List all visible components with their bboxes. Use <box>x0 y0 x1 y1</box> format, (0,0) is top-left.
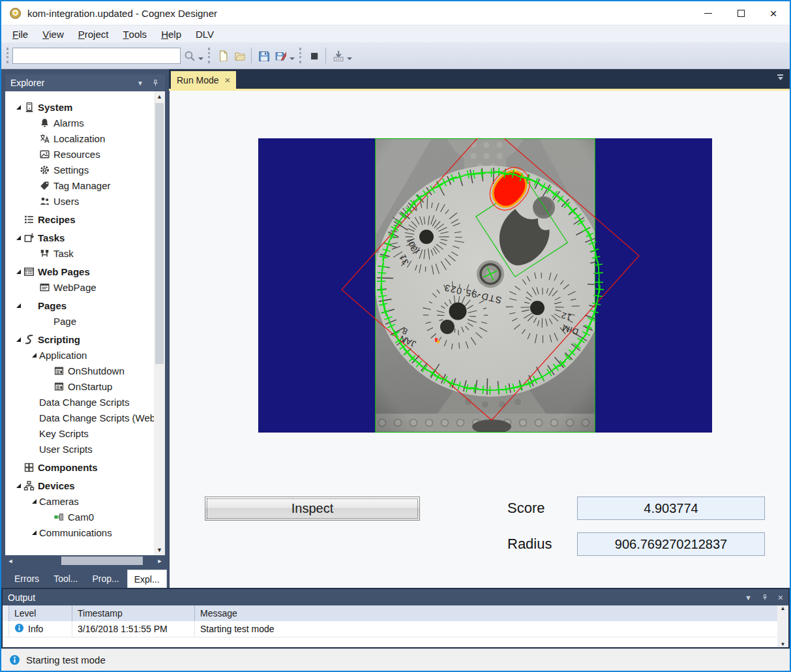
tree-item-application[interactable]: Application <box>5 347 165 363</box>
tree-item-onstartup[interactable]: OnStartup <box>5 378 165 394</box>
inspect-button[interactable]: Inspect <box>205 496 420 521</box>
tree-horizontal-scrollbar[interactable]: ◄ ► <box>5 555 165 566</box>
explorer-title: Explorer <box>10 78 44 88</box>
expander-icon[interactable] <box>13 300 23 311</box>
import-icon[interactable] <box>329 47 346 64</box>
script-icon <box>53 365 68 376</box>
search-icon[interactable] <box>181 47 198 64</box>
tree-item-page[interactable]: Page <box>5 313 165 329</box>
tree-item-components[interactable]: Components <box>5 459 165 475</box>
tree-item-localization[interactable]: Localization <box>5 130 165 146</box>
tree-item-tasks[interactable]: Tasks <box>5 230 165 245</box>
sidebar-tab-errors[interactable]: Errors <box>8 570 46 588</box>
maximize-button[interactable] <box>724 1 757 25</box>
tree-item-user-scripts[interactable]: User Scripts <box>5 441 165 457</box>
save-edit-icon[interactable] <box>272 47 289 64</box>
menu-help[interactable]: Help <box>154 25 188 42</box>
toolbar-grip[interactable] <box>7 48 10 63</box>
sidebar-tab-expl[interactable]: Expl... <box>127 570 167 588</box>
radius-value-field[interactable]: 906.769270212837 <box>577 532 765 556</box>
search-input[interactable] <box>12 48 181 64</box>
scroll-down-icon[interactable]: ▼ <box>781 641 786 647</box>
score-value-field[interactable]: 4.903774 <box>577 496 765 520</box>
toolbar-grip[interactable] <box>208 48 212 63</box>
tree-item-web-pages[interactable]: Web Pages <box>5 264 165 279</box>
scroll-up-icon[interactable]: ▲ <box>157 91 162 102</box>
output-vertical-scrollbar[interactable]: ▲ ▼ <box>777 605 788 647</box>
tree-item-alarms[interactable]: Alarms <box>5 115 165 130</box>
new-document-icon[interactable] <box>214 47 231 64</box>
tree-item-settings[interactable]: Settings <box>5 162 165 177</box>
tree-item-data-change-scripts[interactable]: Data Change Scripts <box>5 394 165 410</box>
radius-label: Radius <box>507 532 573 556</box>
expander-icon[interactable] <box>13 334 23 344</box>
menu-view[interactable]: View <box>35 25 71 42</box>
pin-icon[interactable] <box>761 594 769 602</box>
tree-vertical-scrollbar[interactable]: ▲ ▼ <box>154 91 165 555</box>
expander-icon[interactable] <box>29 496 39 506</box>
menu-dlv[interactable]: DLV <box>188 25 221 42</box>
stop-icon[interactable] <box>305 47 322 64</box>
column-header-message[interactable]: Message <box>195 605 788 621</box>
scrollbar-thumb[interactable] <box>155 103 164 364</box>
panel-menu-icon[interactable]: ▼ <box>137 80 143 87</box>
menu-tools[interactable]: Tools <box>115 25 154 42</box>
column-header-level[interactable]: Level <box>9 605 72 621</box>
output-log-row[interactable]: Info3/16/2018 1:51:55 PMStarting test mo… <box>3 621 788 637</box>
tab-run-mode[interactable]: Run Mode × <box>171 71 236 89</box>
tree-item-label: Data Change Scripts (Web <box>39 412 155 423</box>
info-icon <box>14 623 24 635</box>
tree-item-resources[interactable]: Resources <box>5 146 165 162</box>
tree-item-users[interactable]: Users <box>5 193 165 209</box>
tree-item-webpage[interactable]: WebPage <box>5 279 165 295</box>
search-dropdown-icon[interactable] <box>198 57 203 60</box>
expander-icon[interactable] <box>13 102 23 112</box>
tree-item-task[interactable]: Task <box>5 245 165 261</box>
toolbar-grip[interactable] <box>299 48 303 63</box>
scroll-right-icon[interactable]: ► <box>155 558 165 564</box>
toolbar-separator <box>251 48 252 63</box>
maximize-icon <box>738 10 745 17</box>
expander-icon[interactable] <box>29 527 39 538</box>
expander-icon[interactable] <box>13 480 23 491</box>
tab-close-icon[interactable]: × <box>225 75 231 85</box>
sidebar-tab-tool[interactable]: Tool... <box>47 570 84 588</box>
close-icon[interactable]: × <box>778 592 783 603</box>
tab-list-dropdown-icon[interactable] <box>777 74 783 80</box>
expander-icon[interactable] <box>13 266 23 277</box>
localization-icon <box>39 133 53 144</box>
script-icon <box>53 381 68 392</box>
minimize-button[interactable] <box>692 1 724 25</box>
close-button[interactable]: × <box>757 1 790 25</box>
scrollbar-thumb[interactable] <box>61 557 143 565</box>
scroll-up-icon[interactable]: ▲ <box>781 605 786 611</box>
save-icon[interactable] <box>255 47 272 64</box>
tree-item-devices[interactable]: Devices <box>5 478 165 493</box>
tree-item-tag-manager[interactable]: Tag Manager <box>5 177 165 193</box>
expander-icon[interactable] <box>13 232 23 243</box>
import-dropdown-icon[interactable] <box>347 57 352 60</box>
tree-item-recipes[interactable]: Recipes <box>5 211 165 227</box>
tree-item-cameras[interactable]: Cameras <box>5 493 165 509</box>
tree-item-data-change-scripts-web[interactable]: Data Change Scripts (Web <box>5 410 165 425</box>
panel-menu-icon[interactable]: ▼ <box>745 594 752 602</box>
tree-item-pages[interactable]: Pages <box>5 298 165 313</box>
scroll-down-icon[interactable]: ▼ <box>157 545 162 555</box>
main-region: Explorer ▼ ▲ ▼ SystemAlarmsLocalizationR… <box>1 69 790 588</box>
sidebar-tab-prop[interactable]: Prop... <box>85 570 125 588</box>
column-header-timestamp[interactable]: Timestamp <box>72 605 195 621</box>
menu-file[interactable]: File <box>5 25 35 42</box>
tree-item-system[interactable]: System <box>5 99 165 115</box>
save-dropdown-icon[interactable] <box>290 57 295 60</box>
menu-project[interactable]: Project <box>71 25 116 42</box>
expander-icon[interactable] <box>29 350 39 360</box>
tree-item-cam0[interactable]: Cam0 <box>5 509 165 525</box>
tree-item-scripting[interactable]: Scripting <box>5 331 165 347</box>
tree-item-onshutdown[interactable]: OnShutdown <box>5 363 165 378</box>
open-project-icon[interactable] <box>231 47 248 64</box>
tree-item-label: Settings <box>53 164 89 176</box>
tree-item-key-scripts[interactable]: Key Scripts <box>5 425 165 441</box>
pin-icon[interactable] <box>151 79 160 87</box>
tree-item-communications[interactable]: Communications <box>5 525 165 540</box>
scroll-left-icon[interactable]: ◄ <box>5 558 16 564</box>
